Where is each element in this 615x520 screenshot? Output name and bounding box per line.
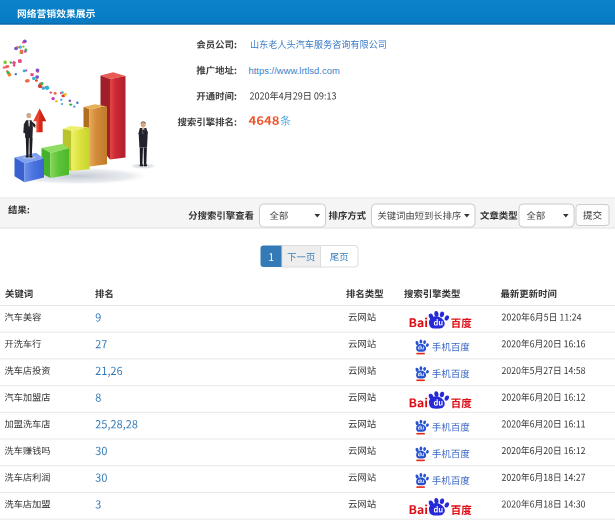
svg-text:https://www.lrtlsd.com: https://www.lrtlsd.com [249,65,340,76]
